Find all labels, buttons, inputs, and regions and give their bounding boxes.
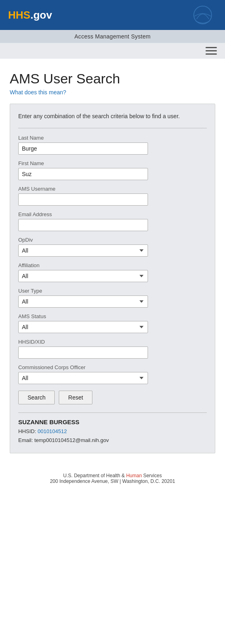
user-type-group: User Type All [18,288,207,308]
result-detail: HHSID: 0010104512 Email: temp0010104512@… [18,427,207,445]
reset-button[interactable]: Reset [59,391,92,404]
result-hhsid-label: HHSID: [18,428,36,434]
ams-status-select[interactable]: All [18,321,148,333]
ams-status-group: AMS Status All [18,313,207,333]
site-logo: HHS.gov [8,9,52,21]
hamburger-menu-button[interactable] [206,47,217,55]
commissioned-corps-select[interactable]: All [18,372,148,384]
panel-instruction: Enter any combination of the search crit… [18,112,207,121]
help-link[interactable]: What does this mean? [10,89,66,96]
ams-username-group: AMS Username [18,186,207,206]
sub-header: Access Management System [0,30,225,43]
main-content: AMS User Search What does this mean? Ent… [0,59,225,461]
footer-human: Human [126,473,142,478]
footer-line1: U.S. Department of Health & Human Servic… [4,473,221,478]
header-seal-icon [189,5,217,25]
opdiv-label: OpDiv [18,237,207,243]
page-title: AMS User Search [10,71,215,87]
first-name-label: First Name [18,160,207,166]
hhsid-group: HHSID/XID [18,339,207,359]
user-type-label: User Type [18,288,207,294]
logo-gov: .gov [30,9,52,21]
search-panel: Enter any combination of the search crit… [10,104,215,453]
search-button[interactable]: Search [18,391,55,404]
email-label: Email Address [18,211,207,217]
footer-services: Services [142,473,162,478]
ams-username-label: AMS Username [18,186,207,192]
site-header: HHS.gov [0,0,225,30]
sub-header-title: Access Management System [74,33,150,40]
opdiv-group: OpDiv All [18,237,207,257]
hamburger-line-1 [206,47,217,48]
affiliation-group: Affiliation All [18,262,207,282]
hhsid-input[interactable] [18,346,148,359]
result-email-value: temp0010104512@mail.nih.gov [34,437,109,443]
email-group: Email Address [18,211,207,231]
hamburger-line-3 [206,53,217,55]
ams-status-label: AMS Status [18,313,207,319]
panel-divider [18,128,207,128]
commissioned-corps-group: Commissioned Corps Officer All [18,364,207,384]
logo-hhs: HHS [8,9,30,21]
user-type-select[interactable]: All [18,295,148,308]
email-input[interactable] [18,219,148,231]
result-block: SUZANNE BURGESS HHSID: 0010104512 Email:… [18,412,207,445]
hhsid-label: HHSID/XID [18,339,207,345]
result-name: SUZANNE BURGESS [18,419,207,425]
result-hhsid-value[interactable]: 0010104512 [38,428,67,434]
footer-line2: 200 Independence Avenue, SW | Washington… [4,478,221,484]
affiliation-label: Affiliation [18,262,207,268]
commissioned-corps-label: Commissioned Corps Officer [18,364,207,370]
opdiv-select[interactable]: All [18,244,148,257]
first-name-input[interactable] [18,168,148,180]
last-name-group: Last Name [18,135,207,155]
result-email-label: Email: [18,437,33,443]
last-name-input[interactable] [18,142,148,155]
hamburger-line-2 [206,50,217,51]
affiliation-select[interactable]: All [18,270,148,282]
ams-username-input[interactable] [18,193,148,206]
site-footer: U.S. Department of Health & Human Servic… [0,465,225,491]
first-name-group: First Name [18,160,207,180]
form-buttons: Search Reset [18,391,207,404]
footer-dept: U.S. Department of Health & [63,473,126,478]
last-name-label: Last Name [18,135,207,141]
nav-bar [0,43,225,59]
